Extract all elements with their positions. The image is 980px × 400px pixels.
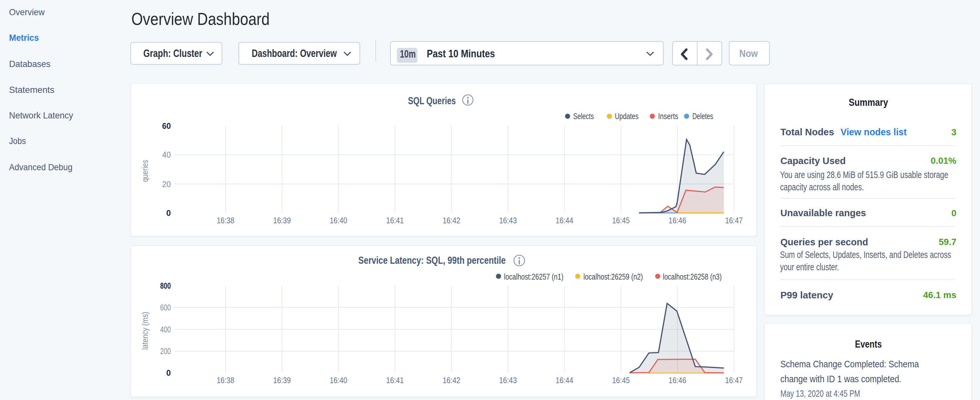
svg-text:16:39: 16:39 bbox=[273, 376, 291, 385]
svg-text:Inserts: Inserts bbox=[658, 112, 678, 121]
svg-text:localhost:26257 (n1): localhost:26257 (n1) bbox=[504, 272, 563, 281]
svg-text:16:43: 16:43 bbox=[499, 376, 517, 385]
svg-text:SQL Queries: SQL Queries bbox=[408, 95, 456, 107]
svg-text:16:38: 16:38 bbox=[217, 216, 235, 225]
svg-text:16:39: 16:39 bbox=[273, 216, 291, 225]
svg-text:0: 0 bbox=[166, 368, 171, 377]
svg-text:16:40: 16:40 bbox=[330, 376, 347, 385]
svg-text:40: 40 bbox=[162, 150, 171, 159]
svg-text:16:44: 16:44 bbox=[555, 216, 573, 225]
svg-text:200: 200 bbox=[160, 347, 171, 356]
svg-text:16:40: 16:40 bbox=[330, 216, 347, 225]
svg-text:Updates: Updates bbox=[615, 112, 638, 121]
svg-text:16:45: 16:45 bbox=[612, 216, 630, 225]
svg-text:queries: queries bbox=[140, 160, 150, 182]
svg-text:800: 800 bbox=[160, 281, 171, 290]
svg-text:16:38: 16:38 bbox=[217, 376, 235, 385]
svg-text:localhost:26259 (n2): localhost:26259 (n2) bbox=[583, 272, 643, 281]
svg-text:16:41: 16:41 bbox=[386, 216, 404, 225]
svg-text:16:41: 16:41 bbox=[386, 376, 404, 385]
svg-text:latency (ms): latency (ms) bbox=[140, 312, 150, 350]
svg-text:16:47: 16:47 bbox=[725, 376, 743, 385]
svg-text:16:42: 16:42 bbox=[442, 376, 460, 385]
svg-text:16:43: 16:43 bbox=[499, 216, 517, 225]
svg-text:16:47: 16:47 bbox=[725, 216, 743, 225]
svg-text:16:44: 16:44 bbox=[555, 376, 573, 385]
svg-text:60: 60 bbox=[162, 121, 171, 131]
svg-text:Deletes: Deletes bbox=[692, 112, 713, 121]
svg-text:600: 600 bbox=[160, 303, 171, 312]
svg-text:16:46: 16:46 bbox=[669, 216, 687, 225]
svg-text:localhost:26258 (n3): localhost:26258 (n3) bbox=[663, 272, 722, 281]
svg-text:400: 400 bbox=[160, 325, 171, 334]
svg-text:16:42: 16:42 bbox=[442, 216, 460, 225]
svg-text:0: 0 bbox=[166, 209, 171, 217]
svg-text:Selects: Selects bbox=[573, 112, 594, 121]
svg-text:16:46: 16:46 bbox=[669, 376, 687, 385]
svg-text:20: 20 bbox=[162, 180, 171, 189]
svg-text:Service Latency: SQL, 99th per: Service Latency: SQL, 99th percentile bbox=[358, 254, 506, 266]
svg-text:16:45: 16:45 bbox=[612, 376, 630, 385]
